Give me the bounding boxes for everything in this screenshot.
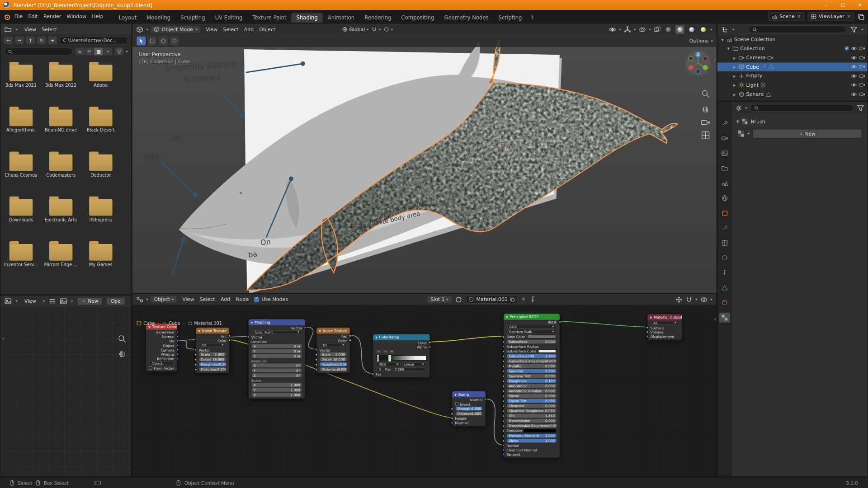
properties-tab-object-data[interactable]: [719, 283, 730, 293]
material-unlink-icon[interactable]: ✕: [522, 296, 526, 302]
node-row-height[interactable]: Height: [452, 416, 485, 421]
properties-tab-scene[interactable]: [719, 178, 730, 188]
node-row-ggx[interactable]: GGX: [504, 324, 560, 329]
socket-in-scale[interactable]: [194, 353, 197, 356]
socket-in-specular[interactable]: [502, 370, 505, 372]
menu-help[interactable]: Help: [89, 13, 106, 20]
node-row-bsdf[interactable]: BSDF: [504, 320, 560, 324]
folder-item-mirrors-edge[interactable]: Mirrors Edge ...: [41, 239, 81, 284]
path-field[interactable]: C:\Users\Костик\Doc...: [59, 37, 128, 44]
socket-in-distortion[interactable]: [315, 368, 318, 371]
node-header[interactable]: ▼Mapping: [249, 319, 305, 325]
transform-orientation-dropdown[interactable]: Global: [342, 27, 369, 32]
overlays-toggle-icon[interactable]: [639, 26, 646, 33]
socket-in-emission-strength[interactable]: [502, 434, 505, 437]
node-row-z[interactable]: Z1.000: [249, 392, 305, 397]
folder-item-deductor[interactable]: Deductor: [81, 150, 121, 195]
menu-view[interactable]: View: [203, 25, 220, 33]
render-visibility-icon[interactable]: [859, 64, 865, 70]
collapse-icon[interactable]: ▼: [251, 321, 253, 324]
menu-view[interactable]: View: [22, 297, 39, 305]
menu-view[interactable]: View: [22, 25, 39, 33]
node-row-vector[interactable]: Vector: [249, 335, 305, 339]
node-row-x[interactable]: X0 m: [249, 343, 305, 348]
socket-in-transmission-roughness[interactable]: [502, 424, 505, 427]
new-viewlayer-icon[interactable]: [858, 13, 865, 20]
material-slot-dropdown[interactable]: Slot 1: [427, 296, 452, 303]
collapse-icon[interactable]: ▼: [650, 316, 652, 319]
socket-in-vector[interactable]: [247, 336, 250, 338]
tab-sculpting[interactable]: Sculpting: [175, 13, 210, 23]
node-row-window[interactable]: Window: [146, 352, 177, 357]
menu-window[interactable]: Window: [64, 13, 89, 20]
socket-in-clearcoat-roughness[interactable]: [502, 409, 505, 412]
node-header[interactable]: ▼Noise Texture: [196, 328, 229, 333]
socket-out-fac[interactable]: [228, 334, 231, 337]
node-row-y[interactable]: Y0 m: [249, 348, 305, 353]
node-row-scale[interactable]: Scale5.000: [316, 352, 349, 357]
scene-selector[interactable]: Scene ✕: [769, 12, 805, 21]
node-row-roughness[interactable]: Roughness0.500: [196, 362, 229, 367]
node-header[interactable]: ▼ColorRamp: [373, 334, 429, 340]
socket-out-fac[interactable]: [349, 334, 351, 337]
node-noise-texture[interactable]: ▼Noise TextureFacColor3DVectorScale5.000…: [316, 327, 350, 374]
node-row-z[interactable]: Z0°: [249, 373, 305, 378]
folder-item-chaos-cosmos[interactable]: Chaos Cosmos: [1, 150, 41, 195]
tool-select-circle-icon[interactable]: [159, 37, 168, 46]
minimize-button[interactable]: ─: [818, 0, 835, 10]
editor-type-image-icon[interactable]: [5, 297, 12, 305]
node-row-surface[interactable]: Surface: [648, 325, 682, 330]
editor-type-file-browser-icon[interactable]: [5, 26, 12, 33]
outliner-row-scene-collection[interactable]: ▼Scene Collection: [717, 35, 868, 44]
render-visibility-icon[interactable]: [859, 55, 865, 61]
properties-tab-render[interactable]: [719, 133, 730, 143]
socket-in-sheen-tint[interactable]: [502, 399, 505, 402]
refresh-button[interactable]: ↻: [37, 37, 46, 44]
tab-texture-paint[interactable]: Texture Paint: [247, 13, 291, 23]
properties-tab-material[interactable]: [719, 298, 730, 308]
options-dropdown[interactable]: Options: [689, 38, 713, 43]
socket-out-uv[interactable]: [176, 339, 179, 342]
node-row-subsurface-color[interactable]: Subsurface Color: [504, 348, 560, 353]
socket-in-displacement[interactable]: [646, 335, 649, 338]
editor-type-3d-viewport-icon[interactable]: [136, 26, 143, 33]
forward-button[interactable]: →: [15, 37, 24, 44]
node-row-clearcoat[interactable]: Clearcoat0.000: [504, 404, 560, 408]
editor-type-properties-icon[interactable]: [735, 104, 742, 112]
collapse-icon[interactable]: ▼: [454, 393, 457, 396]
node-row-detail[interactable]: Detail16.000: [316, 357, 349, 362]
menu-object[interactable]: Object: [256, 25, 278, 33]
node-canvas[interactable]: Cube›Cube›Material.001 ‹ ▼Texture Coordi…: [132, 306, 717, 477]
image-zoom-icon[interactable]: [118, 334, 127, 344]
viewlayer-selector[interactable]: ViewLayer ✕: [808, 12, 854, 21]
socket-out-generated[interactable]: [176, 331, 179, 333]
node-row-scale[interactable]: Scale2.000: [196, 352, 229, 357]
node-row-subsurface-ior[interactable]: Subsurface IOR1.400: [504, 353, 560, 358]
image-open-button[interactable]: Ope: [107, 297, 125, 305]
node-row-color[interactable]: Color: [373, 340, 429, 345]
node-row-x[interactable]: X0°: [249, 363, 305, 368]
socket-out-window[interactable]: [176, 353, 179, 356]
properties-tab-object[interactable]: [719, 208, 730, 218]
menu-select[interactable]: Select: [39, 25, 60, 33]
shader-sidebar-toggle[interactable]: ‹: [714, 316, 717, 322]
socket-in-strength[interactable]: [451, 407, 453, 410]
node-row-normal[interactable]: Normal: [452, 421, 485, 425]
socket-in-anisotropic[interactable]: [502, 385, 505, 387]
node-link[interactable]: [430, 336, 503, 342]
shader-type-dropdown[interactable]: Object: [151, 296, 177, 303]
menu-render[interactable]: Render: [41, 13, 64, 20]
socket-in-vector[interactable]: [194, 348, 197, 351]
node-row-type[interactable]: Type: Point: [249, 330, 305, 335]
socket-in-scale[interactable]: [315, 353, 318, 356]
socket-in-base-color[interactable]: [502, 335, 505, 338]
node-row-metallic[interactable]: Metallic0.000: [504, 363, 560, 368]
node-row-sheen[interactable]: Sheen0.000: [504, 394, 560, 399]
node-row-normal[interactable]: Normal: [146, 334, 177, 339]
node-row-3d[interactable]: 3D: [196, 343, 229, 347]
render-visibility-icon[interactable]: [859, 46, 865, 52]
tool-select-lasso-icon[interactable]: [170, 37, 179, 46]
properties-tab-output[interactable]: [719, 148, 730, 158]
socket-out-color[interactable]: [228, 339, 231, 342]
socket-in-sheen[interactable]: [502, 394, 505, 397]
